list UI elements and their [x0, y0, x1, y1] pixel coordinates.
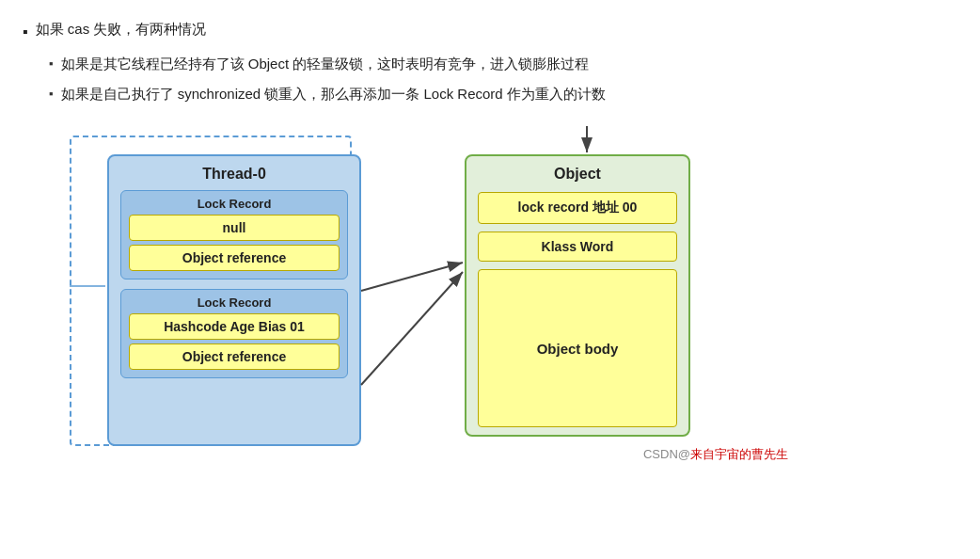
diagram-area: Thread-0 Lock Record null Object referen… — [60, 126, 794, 465]
thread-title: Thread-0 — [202, 166, 266, 183]
lock-record-1-row2: Object reference — [129, 245, 340, 271]
main-bullet-list: ▪ 如果 cas 失败，有两种情况 — [23, 17, 957, 44]
lock-record-1-row1: null — [129, 215, 340, 241]
sub-bullet-item-1: ▪ 如果是其它线程已经持有了该 Object 的轻量级锁，这时表明有竞争，进入锁… — [49, 52, 957, 76]
main-bullet-icon: ▪ — [23, 19, 28, 44]
sub-bullet-icon-2: ▪ — [49, 84, 54, 104]
object-row2: Klass Word — [478, 232, 677, 262]
watermark-name: 来自宇宙的曹先生 — [690, 447, 788, 461]
lock-record-2-row2: Object reference — [129, 343, 340, 370]
sub-bullet-text-2: 如果是自己执行了 synchronized 锁重入，那么再添加一条 Lock R… — [61, 82, 606, 106]
sub-bullet-text-1: 如果是其它线程已经持有了该 Object 的轻量级锁，这时表明有竞争，进入锁膨胀… — [61, 52, 590, 76]
lock-record-group-2: Lock Record Hashcode Age Bias 01 Object … — [120, 289, 348, 378]
watermark-prefix: CSDN@ — [643, 447, 690, 461]
object-row3: Object body — [478, 269, 677, 427]
object-title: Object — [554, 166, 601, 183]
main-bullet-item: ▪ 如果 cas 失败，有两种情况 — [23, 17, 957, 44]
obj-ref-2-arrow — [361, 272, 463, 385]
obj-ref-1-arrow — [361, 263, 463, 291]
lock-record-group-1: Lock Record null Object reference — [120, 190, 348, 280]
watermark: CSDN@来自宇宙的曹先生 — [643, 446, 788, 463]
main-bullet-text: 如果 cas 失败，有两种情况 — [36, 17, 207, 41]
lock-record-2-row1: Hashcode Age Bias 01 — [129, 313, 340, 340]
thread-box: Thread-0 Lock Record null Object referen… — [107, 154, 361, 446]
lock-record-2-label: Lock Record — [198, 295, 272, 310]
sub-bullet-list: ▪ 如果是其它线程已经持有了该 Object 的轻量级锁，这时表明有竞争，进入锁… — [23, 52, 957, 105]
lock-record-1-label: Lock Record — [198, 197, 272, 211]
sub-bullet-item-2: ▪ 如果是自己执行了 synchronized 锁重入，那么再添加一条 Lock… — [49, 82, 957, 106]
sub-bullet-icon-1: ▪ — [49, 54, 54, 74]
object-box: Object lock record 地址 00 Klass Word Obje… — [465, 154, 690, 437]
object-row1: lock record 地址 00 — [478, 192, 677, 224]
